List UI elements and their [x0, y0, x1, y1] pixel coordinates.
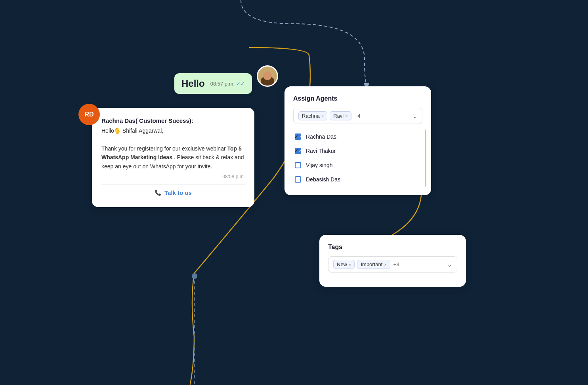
tags-plus-more: +3 [393, 261, 399, 267]
remove-ravi-icon[interactable]: × [345, 114, 347, 118]
tags-card: Tags New × Important × +3 ⌄ [319, 235, 466, 287]
message-header: Rachna Das( Customer Sucess): [101, 117, 245, 124]
agent-item-debasish[interactable]: Debasish Das [293, 172, 422, 187]
assign-agents-title: Assign Agents [293, 95, 422, 102]
talk-to-us-button[interactable]: 📞 Talk to us [101, 184, 245, 201]
sender-avatar: RD [78, 104, 100, 125]
agent-item-vijay[interactable]: Vijay singh [293, 158, 422, 172]
tags-chevron-down-icon[interactable]: ⌄ [447, 261, 452, 268]
agent-chip-ravi[interactable]: Ravi × [330, 111, 351, 120]
hello-text: Hello [181, 78, 205, 89]
tag-chip-important[interactable]: Important × [357, 260, 390, 269]
agents-plus-more: +4 [355, 113, 361, 119]
agents-chevron-down-icon[interactable]: ⌄ [412, 113, 417, 119]
hello-bubble: Hello 08:57 p.m. ✓✓ [174, 73, 252, 94]
agent-item-rachna[interactable]: ✓ Rachna Das [293, 130, 422, 144]
tag-chip-new[interactable]: New × [333, 260, 355, 269]
tags-title: Tags [328, 244, 457, 251]
message-time: 08:58 p.m. [101, 174, 245, 179]
message-card: RD Rachna Das( Customer Sucess): Hello🖐 … [92, 108, 254, 207]
agent-checkbox-vijay[interactable] [295, 162, 301, 168]
assign-agents-card: Assign Agents Rachna × Ravi × +4 ⌄ ✓ Rac… [284, 86, 431, 195]
agent-item-ravi[interactable]: ✓ Ravi Thakur [293, 144, 422, 158]
agent-checkbox-ravi[interactable]: ✓ [295, 148, 301, 154]
double-check-icon: ✓✓ [236, 81, 245, 87]
remove-rachna-icon[interactable]: × [321, 114, 324, 118]
agent-list: ✓ Rachna Das ✓ Ravi Thakur Vijay singh D… [293, 130, 422, 187]
avatar [257, 65, 278, 87]
agent-chip-rachna[interactable]: Rachna × [298, 111, 327, 120]
phone-icon: 📞 [155, 189, 161, 196]
remove-new-icon[interactable]: × [349, 262, 351, 267]
agent-checkbox-rachna[interactable]: ✓ [295, 133, 301, 140]
agent-checkbox-debasish[interactable] [295, 176, 301, 183]
connector-dot-bottom [192, 273, 197, 279]
hello-time: 08:57 p.m. ✓✓ [210, 81, 245, 87]
avatar-face [263, 71, 272, 80]
message-body: Hello🖐 Shifali Aggarwal, Thank you for r… [101, 126, 245, 171]
agents-select-box[interactable]: Rachna × Ravi × +4 ⌄ [293, 108, 422, 124]
remove-important-icon[interactable]: × [384, 262, 386, 267]
tags-select-box[interactable]: New × Important × +3 ⌄ [328, 256, 457, 273]
